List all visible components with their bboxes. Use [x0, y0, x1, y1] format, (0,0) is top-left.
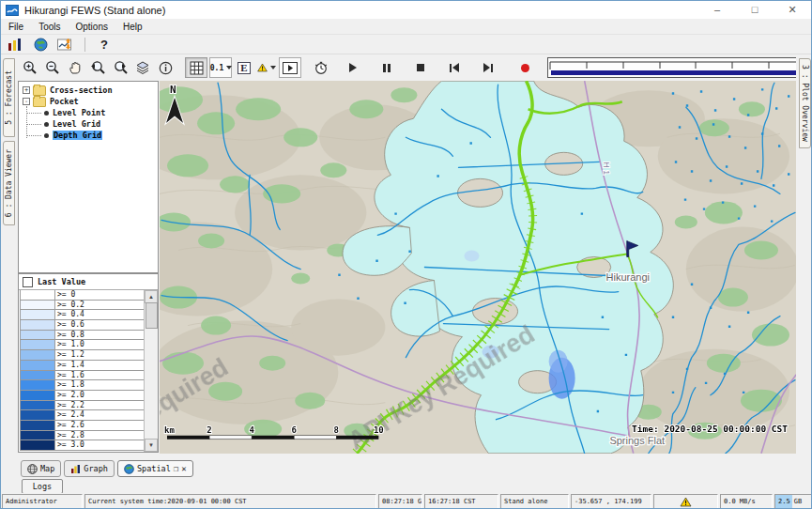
info-icon	[159, 61, 173, 75]
scale-unit-label: km	[164, 425, 175, 435]
menu-bar: File Tools Options Help	[1, 19, 811, 35]
help-button[interactable]: ?	[95, 37, 114, 53]
bullet-icon	[44, 111, 49, 116]
zoom-next-button[interactable]	[110, 58, 130, 77]
info-button[interactable]	[155, 58, 176, 77]
help-icon: ?	[100, 38, 108, 52]
folder-icon	[33, 85, 46, 96]
right-tab-strip: 3 : Plot Overview	[796, 54, 812, 458]
scale-tick: 2	[207, 425, 211, 435]
globe-icon	[34, 38, 48, 52]
zoom-out-icon	[45, 60, 60, 75]
zoom-previous-icon	[90, 60, 106, 75]
class-interval-dropdown[interactable]: 0.1	[209, 57, 232, 78]
folder-icon	[33, 97, 46, 107]
tab-plot-overview[interactable]: 3 : Plot Overview	[799, 58, 811, 148]
scale-tick: 8	[334, 425, 339, 435]
last-value-label: Last Value	[38, 277, 85, 286]
grid-icon	[190, 61, 204, 75]
zoom-in-button[interactable]	[20, 58, 40, 77]
tree-connector	[26, 124, 41, 125]
time-slider[interactable]	[547, 57, 812, 78]
status-local-time: 16:27:18 CST	[424, 494, 498, 509]
status-mode: Stand alone	[500, 494, 569, 509]
window-title: Hikurangi FEWS (Stand alone)	[24, 5, 165, 16]
tree-label: Level Grid	[53, 119, 100, 129]
status-alerts[interactable]	[653, 494, 718, 509]
app-window: Hikurangi FEWS (Stand alone) – □ ✕ File …	[0, 0, 812, 509]
warnings-dropdown[interactable]	[256, 58, 277, 77]
scroll-down-icon[interactable]: ▼	[145, 439, 158, 452]
scroll-up-icon[interactable]: ▲	[145, 290, 158, 303]
tab-forecast-label: 5 : Forecast	[5, 70, 13, 125]
tree-label: Cross-section	[50, 85, 113, 95]
first-frame-button[interactable]	[444, 58, 465, 77]
expand-icon[interactable]: +	[23, 86, 30, 94]
tab-graph[interactable]: Graph	[64, 460, 115, 477]
database-chart-button[interactable]	[6, 37, 24, 53]
menu-options[interactable]: Options	[68, 22, 115, 32]
status-bar: Administrator Current system time:2020-0…	[1, 493, 812, 509]
tab-map[interactable]: Map	[21, 460, 61, 477]
town-label: Hikurangi	[606, 271, 650, 283]
animation-player-button[interactable]	[279, 57, 301, 78]
tree-connector	[26, 113, 41, 114]
status-coordinates: -35.657 , 174.199	[571, 494, 651, 509]
play-icon	[349, 63, 357, 72]
maximize-button[interactable]: □	[736, 1, 774, 19]
close-button[interactable]: ✕	[774, 1, 811, 19]
record-button[interactable]	[512, 58, 532, 77]
legend-rows: >= 0>= 0.2>= 0.4>= 0.6>= 0.8>= 1.0>= 1.2…	[20, 290, 145, 451]
animation-speed-button[interactable]	[311, 58, 331, 77]
map-canvas[interactable]: API Key Required API Key Required Hikura…	[160, 81, 796, 454]
tab-close-icon[interactable]: ✕	[181, 465, 186, 473]
skip-last-icon	[483, 63, 493, 72]
last-value-checkbox[interactable]	[23, 277, 33, 287]
collapse-icon[interactable]: -	[23, 98, 30, 105]
status-download-rate: 0.0 MB/s	[720, 494, 773, 509]
tab-data-viewer-label: 6 : Data Viewer	[5, 149, 13, 217]
tree-connector	[26, 106, 27, 138]
tree-item-cross-section[interactable]: + Cross-section	[19, 85, 158, 96]
zoom-previous-button[interactable]	[87, 58, 108, 77]
logs-button[interactable]: Logs	[22, 479, 63, 494]
scrollbar-thumb[interactable]	[146, 302, 158, 329]
tab-graph-label: Graph	[84, 464, 108, 473]
bottom-tab-bar: Map Graph Spatial ❐ ✕	[18, 461, 796, 477]
stop-button[interactable]	[410, 58, 431, 77]
tab-spatial[interactable]: Spatial ❐ ✕	[117, 460, 193, 477]
timeseries-display-button[interactable]	[56, 37, 75, 53]
play-button[interactable]	[343, 58, 363, 77]
tree-item-pocket[interactable]: - Pocket	[19, 96, 158, 107]
tab-forecast[interactable]: 5 : Forecast	[3, 58, 15, 137]
zoom-out-button[interactable]	[42, 58, 63, 77]
scale-tick: 10	[374, 425, 384, 435]
pan-button[interactable]	[65, 58, 85, 77]
menu-file[interactable]: File	[1, 22, 31, 32]
timeseries-icon	[57, 38, 74, 52]
legend-scrollbar[interactable]: ▲ ▼	[144, 290, 158, 452]
pause-button[interactable]	[376, 58, 397, 77]
last-frame-button[interactable]	[478, 58, 498, 77]
menu-tools[interactable]: Tools	[31, 22, 68, 32]
scale-tick: 4	[249, 425, 254, 435]
app-icon	[6, 5, 19, 16]
legend-row[interactable]: >= 3.0	[20, 440, 145, 451]
layers-button[interactable]	[132, 58, 153, 77]
legend-table: >= 0>= 0.2>= 0.4>= 0.6>= 0.8>= 1.0>= 1.2…	[19, 290, 158, 452]
spatial-display-button[interactable]	[31, 37, 50, 53]
tree-label-selected: Depth Grid	[53, 131, 102, 140]
toolbar-separator	[84, 38, 85, 52]
tab-data-viewer[interactable]: 6 : Data Viewer	[3, 141, 15, 225]
label-icon: E	[237, 62, 250, 74]
grid-display-toggle[interactable]	[185, 57, 207, 78]
tab-maximize-icon[interactable]: ❐	[174, 465, 178, 473]
minimize-button[interactable]: –	[698, 1, 736, 19]
time-slider-scale	[548, 58, 812, 77]
tab-spatial-label: Spatial	[137, 464, 171, 473]
menu-help[interactable]: Help	[115, 22, 150, 32]
north-label: N	[170, 84, 176, 96]
warning-icon	[680, 497, 692, 507]
labels-toggle[interactable]: E	[234, 58, 254, 77]
bar-chart-icon	[8, 38, 23, 52]
